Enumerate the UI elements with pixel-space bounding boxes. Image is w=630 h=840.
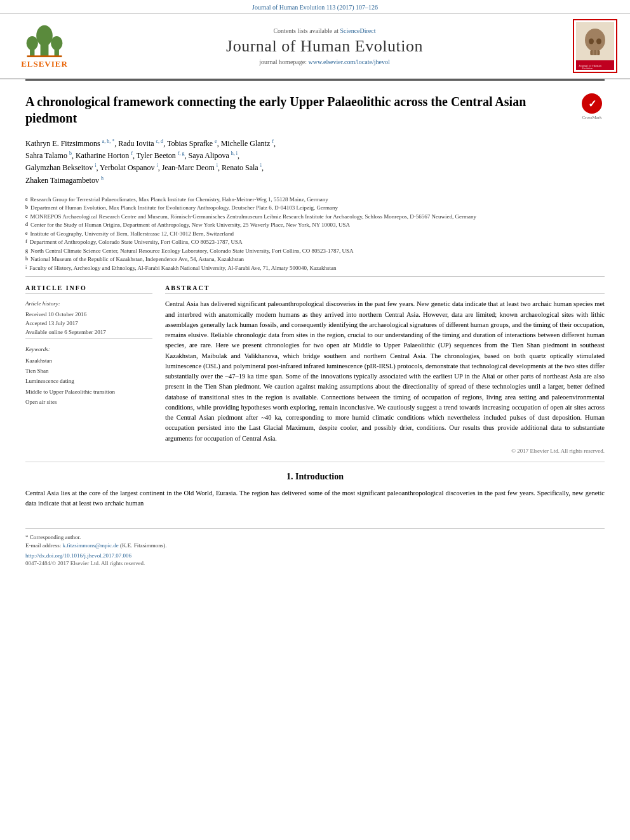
contents-label: Contents lists available at: [273, 27, 338, 34]
available-online-date: Available online 6 September 2017: [25, 328, 152, 337]
section-number: 1.: [286, 472, 293, 481]
article-info-col: ARTICLE INFO Article history: Received 1…: [25, 284, 152, 454]
crossmark-label: CrossMark: [582, 115, 601, 120]
journal-cover-icon: Journal of Human Evolution: [576, 22, 614, 70]
introduction-text: Central Asia lies at the core of the lar…: [25, 488, 605, 509]
abstract-col: ABSTRACT Central Asia has delivered sign…: [165, 284, 605, 454]
affiliation-f: f Department of Anthropology, Colorado S…: [25, 238, 605, 247]
abstract-text: Central Asia has delivered significant p…: [165, 299, 605, 444]
author-1: Kathryn E. Fitzsimmons a, b, *: [25, 139, 114, 148]
author-4: Michelle Glantz f: [221, 139, 274, 148]
affiliation-e: e Institute of Geography, University of …: [25, 230, 605, 239]
author-2: Radu Iovita c, d: [118, 139, 163, 148]
affiliations-section: a Research Group for Terrestrial Palaeoc…: [25, 192, 605, 277]
svg-point-2: [27, 36, 38, 50]
author-13: Zhaken Taimagambetov h: [25, 176, 104, 185]
keyword-2: Tien Shan: [25, 366, 152, 376]
elsevier-wordmark: ELSEVIER: [21, 59, 68, 69]
affiliation-a: a Research Group for Terrestrial Palaeoc…: [25, 196, 605, 204]
elsevier-logo: ELSEVIER: [21, 23, 68, 69]
journal-title: Journal of Human Evolution: [89, 37, 560, 56]
author-10: Yerbolat Ospanov i: [100, 163, 158, 172]
homepage-url[interactable]: www.elsevier.com/locate/jhevol: [309, 58, 390, 65]
author-11: Jean-Marc Deom i: [162, 163, 218, 172]
journal-badge-inner: Journal of Human Evolution: [576, 22, 614, 70]
sciencedirect-line: Contents lists available at ScienceDirec…: [89, 27, 560, 34]
header-center: Contents lists available at ScienceDirec…: [83, 27, 566, 65]
email-name: (K.E. Fitzsimmons).: [120, 542, 167, 549]
affiliation-c: c MONREPOS Archaeological Research Centr…: [25, 213, 605, 222]
svg-point-5: [36, 25, 53, 46]
copyright-line: © 2017 Elsevier Ltd. All rights reserved…: [165, 448, 605, 454]
issn-line: 0047-2484/© 2017 Elsevier Ltd. All right…: [25, 560, 605, 566]
svg-point-10: [596, 39, 601, 44]
affiliation-h: h National Museum of the Republic of Kaz…: [25, 255, 605, 264]
author-5: Sahra Talamo b: [25, 151, 72, 160]
corresponding-footnote: * Corresponding author.: [25, 534, 605, 540]
journal-badge-container: Journal of Human Evolution: [566, 19, 624, 73]
keywords-heading: Keywords:: [25, 344, 152, 354]
elsevier-tree-icon: [22, 23, 67, 58]
svg-rect-6: [27, 55, 62, 57]
svg-point-3: [51, 36, 62, 50]
author-3: Tobias Sprafke e: [167, 139, 217, 148]
svg-point-8: [585, 29, 605, 51]
article-body: A chronological framework connecting the…: [0, 79, 630, 569]
article-history: Article history: Received 10 October 201…: [25, 299, 152, 337]
section-title: Introduction: [295, 472, 344, 481]
keywords-list: Kazakhstan Tien Shan Luminescence dating…: [25, 356, 152, 407]
page-wrapper: Journal of Human Evolution 113 (2017) 10…: [0, 0, 630, 569]
crossmark-icon: ✓: [582, 93, 602, 114]
affiliation-d: d Center for the Study of Human Origins,…: [25, 221, 605, 230]
author-9: Galymzhan Bekseitov i: [25, 163, 97, 172]
homepage-label: journal homepage:: [259, 58, 307, 65]
info-divider: [25, 338, 152, 339]
journal-reference-text: Journal of Human Evolution 113 (2017) 10…: [252, 4, 378, 11]
affiliation-g: g North Central Climate Science Center, …: [25, 247, 605, 256]
journal-badge: Journal of Human Evolution: [573, 19, 617, 73]
introduction-title: 1. Introduction: [25, 472, 605, 482]
authors-section: Kathryn E. Fitzsimmons a, b, *, Radu Iov…: [25, 133, 605, 192]
affiliation-b: b Department of Human Evolution, Max Pla…: [25, 204, 605, 213]
footer-section: * Corresponding author. E-mail address: …: [25, 528, 605, 569]
doi-link[interactable]: http://dx.doi.org/10.1016/j.jhevol.2017.…: [25, 552, 605, 559]
author-7: Tyler Beeton f, g: [137, 151, 185, 160]
corresponding-label: * Corresponding author.: [25, 534, 81, 540]
svg-text:Evolution: Evolution: [582, 67, 593, 70]
email-link[interactable]: k.fitzsimmons@mpic.de: [62, 542, 120, 549]
journal-header: ELSEVIER Contents lists available at Sci…: [0, 14, 630, 79]
elsevier-logo-container: ELSEVIER: [6, 23, 83, 69]
keyword-5: Open air sites: [25, 397, 152, 407]
keyword-4: Middle to Upper Palaeolithic transition: [25, 387, 152, 397]
article-title: A chronological framework connecting the…: [25, 93, 570, 126]
affiliation-i: i Faculty of History, Archeology and Eth…: [25, 264, 605, 273]
article-info-label: ARTICLE INFO: [25, 284, 152, 294]
two-col-section: ARTICLE INFO Article history: Received 1…: [25, 277, 605, 462]
keywords-block: Keywords: Kazakhstan Tien Shan Luminesce…: [25, 344, 152, 407]
keyword-3: Luminescence dating: [25, 376, 152, 386]
email-footnote: E-mail address: k.fitzsimmons@mpic.de (K…: [25, 542, 605, 549]
email-label: E-mail address:: [25, 542, 61, 549]
received-date: Received 10 October 2016: [25, 310, 152, 319]
keyword-1: Kazakhstan: [25, 356, 152, 366]
author-12: Renato Sala i: [222, 163, 262, 172]
journal-reference-bar: Journal of Human Evolution 113 (2017) 10…: [0, 0, 630, 14]
author-8: Saya Alipova h, i: [189, 151, 238, 160]
sciencedirect-link[interactable]: ScienceDirect: [340, 27, 375, 34]
accepted-date: Accepted 13 July 2017: [25, 319, 152, 328]
svg-point-9: [589, 39, 594, 44]
crossmark-container: ✓ CrossMark: [579, 93, 605, 120]
homepage-line: journal homepage: www.elsevier.com/locat…: [89, 58, 560, 65]
author-6: Katharine Horton f: [76, 151, 133, 160]
introduction-section: 1. Introduction Central Asia lies at the…: [25, 462, 605, 516]
title-section: A chronological framework connecting the…: [25, 79, 605, 133]
abstract-label: ABSTRACT: [165, 284, 605, 294]
history-heading: Article history:: [25, 299, 152, 308]
